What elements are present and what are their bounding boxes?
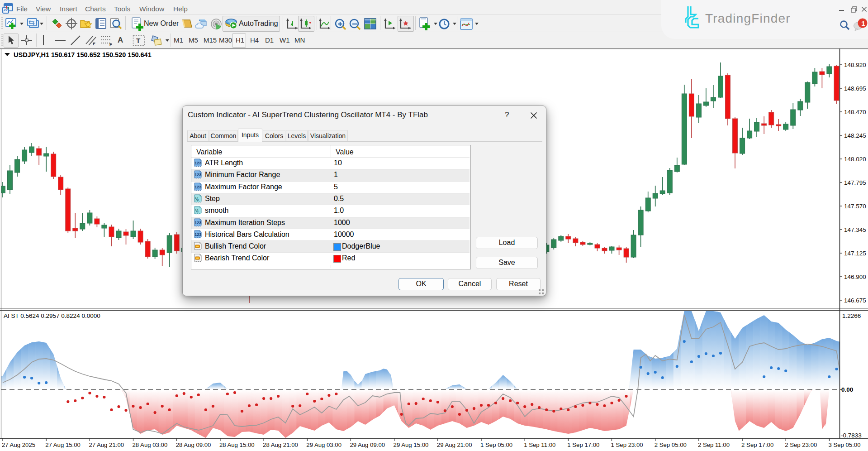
svg-text:3 Sep 05:00: 3 Sep 05:00	[828, 441, 860, 448]
svg-text:29 Aug 09:00: 29 Aug 09:00	[350, 441, 385, 448]
svg-text:147.125: 147.125	[844, 250, 866, 257]
svg-text:28 Aug 03:00: 28 Aug 03:00	[133, 441, 168, 448]
svg-text:148.020: 148.020	[844, 156, 866, 163]
svg-text:2 Sep 11:00: 2 Sep 11:00	[698, 441, 730, 448]
svg-text:123: 123	[194, 161, 201, 165]
svg-text:29 Aug 15:00: 29 Aug 15:00	[394, 441, 429, 448]
svg-text:147.345: 147.345	[844, 226, 866, 233]
svg-text:148.695: 148.695	[844, 85, 866, 92]
svg-text:27 Aug 15:00: 27 Aug 15:00	[45, 441, 81, 448]
svg-text:2 Sep 23:00: 2 Sep 23:00	[785, 441, 817, 448]
svg-text:148.470: 148.470	[844, 109, 866, 115]
svg-text:1 Sep 11:00: 1 Sep 11:00	[524, 441, 555, 448]
svg-text:123: 123	[194, 185, 201, 189]
svg-text:123: 123	[194, 173, 201, 177]
svg-text:28 Aug 15:00: 28 Aug 15:00	[219, 441, 255, 448]
svg-text:1: 1	[861, 19, 865, 27]
svg-text:0.00: 0.00	[841, 386, 853, 393]
svg-text:2 Sep 17:00: 2 Sep 17:00	[741, 441, 773, 448]
svg-text:27 Aug 2025: 27 Aug 2025	[2, 441, 35, 448]
svg-text:1 Sep 05:00: 1 Sep 05:00	[480, 441, 512, 448]
svg-text:28 Aug 21:00: 28 Aug 21:00	[263, 441, 298, 448]
svg-text:AI ST 0.5624 0.2957 0.8224: AI ST 0.5624 0.2957 0.8224 0.0000	[4, 312, 100, 319]
svg-text:T: T	[136, 37, 140, 44]
svg-text:148.245: 148.245	[844, 132, 866, 139]
svg-text:½: ½	[195, 196, 199, 201]
svg-text:29 Aug 03:00: 29 Aug 03:00	[306, 441, 342, 448]
svg-text:148.920: 148.920	[844, 62, 866, 68]
svg-text:-0.7833: -0.7833	[841, 432, 862, 439]
svg-text:E: E	[93, 42, 95, 46]
svg-text:27 Aug 21:00: 27 Aug 21:00	[89, 441, 124, 448]
svg-text:29 Aug 21:00: 29 Aug 21:00	[437, 441, 472, 448]
svg-text:123: 123	[194, 221, 201, 225]
svg-text:F: F	[109, 42, 112, 46]
svg-text:1 Sep 17:00: 1 Sep 17:00	[567, 441, 599, 448]
svg-text:147.570: 147.570	[844, 203, 866, 210]
svg-text:123: 123	[194, 232, 201, 237]
svg-text:147.795: 147.795	[844, 179, 866, 186]
svg-text:146.900: 146.900	[844, 273, 866, 280]
svg-text:1 Sep 23:00: 1 Sep 23:00	[611, 441, 643, 448]
svg-text:2 Sep 05:00: 2 Sep 05:00	[655, 441, 687, 448]
svg-text:1.2266: 1.2266	[842, 312, 861, 319]
svg-text:½: ½	[195, 208, 199, 213]
svg-text:28 Aug 09:00: 28 Aug 09:00	[176, 441, 211, 448]
svg-text:USDJPY,H1 150.617 150.652 15: USDJPY,H1 150.617 150.652 150.520 150.64…	[14, 51, 152, 58]
svg-text:146.675: 146.675	[844, 297, 866, 304]
